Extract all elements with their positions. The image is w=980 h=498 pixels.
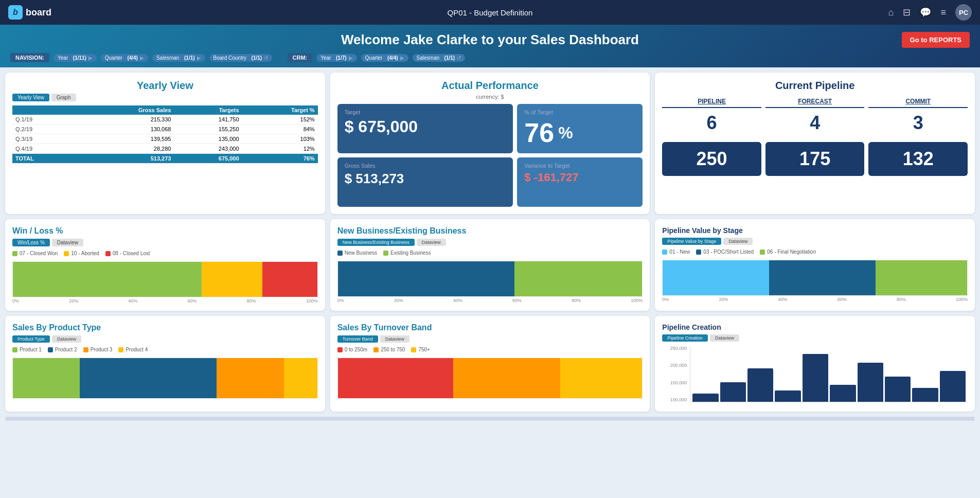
tab-turnover-band[interactable]: Turnover Band — [337, 335, 378, 343]
legend-label-lost: 08 - Closed Lost — [113, 251, 150, 256]
legend-label-06: 06 - Final Negotiation — [767, 249, 816, 255]
dot-p3 — [83, 347, 88, 352]
tab-win-loss[interactable]: Win/Loss % — [12, 239, 50, 246]
y-label-200: 200,000 — [670, 363, 687, 368]
legend-dot-aborted — [64, 251, 69, 256]
legend-06-final: 06 - Final Negotiation — [760, 249, 816, 255]
crm-filter-salesman[interactable]: Salesman (1/1) ↺ — [413, 54, 466, 62]
scrollbar[interactable] — [5, 417, 975, 421]
legend-dot-won — [12, 251, 17, 256]
tab-graph[interactable]: Graph — [51, 94, 76, 101]
menu-icon[interactable]: ≡ — [940, 7, 946, 18]
pchart-bar-9 — [912, 388, 938, 402]
pipeline-count-1: 4 — [765, 112, 865, 134]
row-q1-gross: 215,330 — [75, 115, 174, 124]
legend-dot-new — [337, 251, 343, 256]
pchart-bars — [690, 346, 968, 402]
filter-year[interactable]: Year (1/11) ▶ — [54, 54, 97, 62]
welcome-title: Welcome Jake Clarke to your Sales Dashbo… — [10, 32, 970, 48]
filter-salesman[interactable]: Salesman (1/1) ▶ — [152, 54, 205, 62]
win-loss-legend: 07 - Closed Won 10 - Aborted 08 - Closed… — [12, 251, 318, 256]
legend-closed-lost: 08 - Closed Lost — [105, 251, 150, 256]
board-icon: b — [8, 5, 23, 20]
table-row: Q.2/19 130,068 155,250 84% — [12, 124, 318, 134]
legend-label-01: 01 - New — [669, 249, 690, 255]
legend-03-poc: 03 - POC/Short Listed — [696, 249, 754, 255]
pct-target-cell: % of Target 76 % — [517, 104, 643, 153]
row-q4-pct: 12% — [242, 144, 318, 154]
tab-pc-dataview[interactable]: Dataview — [710, 334, 739, 342]
chat-icon[interactable]: 💬 — [920, 7, 931, 18]
filter-quarter[interactable]: Quarter (4/4) ▶ — [101, 54, 148, 62]
bar-p4 — [284, 358, 317, 398]
turnover-tabs: Turnover Band Dataview — [337, 335, 643, 343]
bar-existing — [514, 261, 643, 296]
pct-value-row: 76 % — [524, 117, 635, 148]
pipeline-value-1: 175 — [765, 142, 865, 176]
pchart-bar-10 — [940, 371, 966, 402]
bar-01 — [663, 260, 769, 295]
dot-p4 — [118, 347, 123, 352]
tab-win-loss-dataview[interactable]: Dataview — [52, 239, 83, 246]
app-header: b board QP01 - Budget Definition ⌂ ⊟ 💬 ≡… — [0, 0, 980, 25]
tab-turnover-dataview[interactable]: Dataview — [380, 335, 409, 343]
tab-new-business[interactable]: New Business/Existing Business — [337, 239, 415, 246]
new-business-bar — [337, 261, 643, 297]
turnover-legend: 0 to 250m 250 to 750 750+ — [337, 347, 643, 352]
tab-product-dataview[interactable]: Dataview — [52, 335, 81, 343]
tab-product-type[interactable]: Product Type — [12, 335, 50, 343]
pchart-bar-1 — [692, 394, 718, 402]
pvs-axis: 0%20%40%60%80%100% — [662, 297, 968, 302]
pvs-title: Pipeline Value by Stage — [662, 226, 968, 235]
legend-p1: Product 1 — [12, 347, 42, 352]
col-target-pct: Target % — [242, 105, 318, 115]
gross-sales-label: Gross Sales — [345, 163, 506, 169]
win-loss-bar — [12, 261, 318, 297]
bar-won — [13, 262, 202, 297]
tab-nb-dataview[interactable]: Dataview — [417, 239, 446, 246]
pchart-bar-3 — [747, 368, 773, 402]
go-to-reports-button[interactable]: Go to REPORTS — [902, 32, 970, 48]
col-gross-sales: Gross Sales — [75, 105, 174, 115]
crm-label: CRM: — [288, 53, 313, 62]
gross-sales-cell: Gross Sales $ 513,273 — [337, 157, 513, 207]
target-cell: Target $ 675,000 — [337, 104, 513, 153]
pvs-legend: 01 - New 03 - POC/Short Listed 06 - Fina… — [662, 249, 968, 255]
yearly-view-card: Yearly View Yearly View Graph Gross Sale… — [5, 73, 325, 214]
label-p2: Product 2 — [55, 347, 77, 352]
print-icon[interactable]: ⊟ — [903, 7, 911, 18]
y-label-150: 150,000 — [670, 380, 687, 385]
crm-filter-year[interactable]: Year (1/7) ▶ — [316, 54, 357, 62]
yearly-table: Gross Sales Targets Target % Q.1/19 215,… — [12, 105, 318, 164]
pipeline-count-0: 6 — [662, 112, 761, 134]
pchart-y-axis: 250,000 200,000 150,000 100,000 — [662, 346, 968, 402]
table-row: Q.3/19 139,595 135,000 103% — [12, 134, 318, 144]
tab-pvs[interactable]: Pipeline Value by Stage — [662, 238, 721, 245]
bar-250-750 — [453, 358, 560, 398]
tab-pipeline-creation[interactable]: Pipeline Creation — [662, 334, 708, 342]
pipeline-creation-tabs: Pipeline Creation Dataview — [662, 334, 968, 342]
label-0-250: 0 to 250m — [345, 347, 367, 352]
sales-by-product-title: Sales By Product Type — [12, 323, 318, 332]
pchart-bar-5 — [803, 354, 828, 402]
turnover-bar — [337, 358, 643, 399]
filter-country[interactable]: Board Country (1/1) ↺ — [209, 54, 273, 62]
tab-yearly-view[interactable]: Yearly View — [12, 94, 49, 101]
home-icon[interactable]: ⌂ — [888, 7, 894, 18]
crm-filter-quarter[interactable]: Quarter (4/4) ▶ — [361, 54, 408, 62]
avatar[interactable]: PC — [955, 4, 972, 21]
legend-closed-won: 07 - Closed Won — [12, 251, 58, 256]
pchart-bar-6 — [830, 385, 856, 402]
product-legend: Product 1 Product 2 Product 3 Product 4 — [12, 347, 318, 352]
legend-01-new: 01 - New — [662, 249, 690, 255]
label-750plus: 750+ — [418, 347, 430, 352]
legend-p4: Product 4 — [118, 347, 148, 352]
pchart-bar-2 — [720, 382, 746, 402]
label-250-750: 250 to 750 — [381, 347, 405, 352]
tab-pvs-dataview[interactable]: Dataview — [723, 238, 753, 245]
total-targets: 675,000 — [174, 154, 242, 164]
target-value: $ 675,000 — [345, 117, 506, 136]
header-actions: ⌂ ⊟ 💬 ≡ PC — [888, 4, 972, 21]
pipeline-count-2: 3 — [868, 112, 968, 134]
legend-dot-03 — [696, 250, 701, 255]
